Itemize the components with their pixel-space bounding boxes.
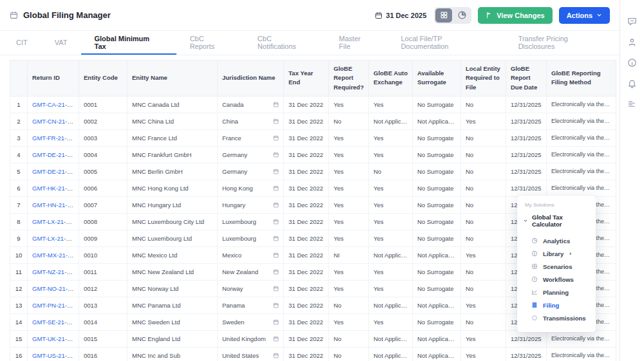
tab-cit[interactable]: CIT [3, 31, 41, 55]
menu-item-analytics[interactable]: Analytics [517, 234, 596, 247]
return-id-cell: GMT-LX-21-0009 [28, 230, 79, 246]
actions-button[interactable]: Actions [559, 7, 610, 24]
return-id-link[interactable]: GMT-HN-21-0007 [32, 201, 79, 208]
filing-method-cell: Electronically via the authori... [547, 180, 616, 196]
local-entity-required-cell: No [461, 129, 506, 146]
row-number: 6 [10, 180, 28, 196]
user-icon[interactable] [627, 37, 637, 47]
note-icon[interactable] [273, 286, 279, 292]
row-number: 3 [10, 129, 28, 146]
return-id-link[interactable]: GMT-US-21-0016 [32, 352, 79, 359]
note-icon[interactable] [273, 353, 279, 358]
note-icon[interactable] [273, 185, 279, 191]
col-entity-code: Entity Code [79, 60, 128, 97]
note-icon[interactable] [273, 319, 279, 325]
note-icon[interactable] [273, 169, 279, 174]
tab-transfer-pricing-disclosures[interactable]: Transfer Pricing Disclosures [505, 31, 620, 55]
return-id-link[interactable]: GMT-DE-21-0005 [32, 168, 79, 175]
local-entity-required-cell: No [461, 280, 506, 297]
jurisdiction-cell: Germany [218, 146, 284, 163]
available-surrogate-cell: No Surrogate [413, 180, 461, 196]
period-date[interactable]: 31 Dec 2025 [375, 12, 426, 19]
menu-item-label: Workflows [543, 276, 574, 283]
tab-cbc-reports[interactable]: CbC Reports [176, 31, 244, 55]
menu-item-transmissions[interactable]: Transmissions [517, 311, 596, 324]
note-icon[interactable] [273, 202, 279, 208]
menu-item-scenarios[interactable]: Scenarios [517, 260, 596, 273]
jurisdiction-name: Norway [222, 285, 243, 292]
note-icon[interactable] [273, 152, 279, 158]
note-icon[interactable] [273, 102, 279, 107]
row-number: 12 [10, 280, 28, 297]
bell-icon[interactable] [627, 79, 637, 88]
entity-code-cell: 0013 [79, 297, 128, 313]
return-id-link[interactable]: GMT-UK-21-0015 [32, 335, 79, 342]
tab-local-file-tp-documentation[interactable]: Local File/TP Documentation [387, 31, 504, 55]
table-row: 6 GMT-HK-21-0006 0006 MNC Hong Kong Ltd … [10, 180, 616, 196]
col-globe-report-due-date: GloBE Report Due Date [506, 60, 547, 97]
return-id-link[interactable]: GMT-NZ-21-0011 [32, 268, 79, 275]
jurisdiction-cell: Hungary [218, 196, 284, 213]
globe-auto-exchange-cell: Not Applicable [369, 113, 413, 129]
entity-name-cell: MNC New Zealand Ltd [128, 263, 218, 280]
return-id-link[interactable]: GMT-HK-21-0006 [32, 185, 79, 192]
return-id-cell: GMT-MX-21-0010 [28, 246, 79, 263]
popup-header: My Solutions [517, 202, 596, 208]
menu-item-label: Scenarios [543, 263, 572, 270]
menu-item-filing[interactable]: Filing [517, 299, 596, 311]
return-id-link[interactable]: GMT-DE-21-0004 [32, 151, 79, 158]
menu-item-workflows[interactable]: Workflows [517, 273, 596, 286]
note-icon[interactable] [273, 336, 279, 342]
return-id-link[interactable]: GMT-FR-21-0003 [32, 134, 79, 142]
info-icon[interactable] [627, 58, 637, 68]
note-icon[interactable] [273, 236, 279, 241]
menu-item-library[interactable]: Library › [517, 247, 596, 260]
return-id-link[interactable]: GMT-LX-21-0009 [32, 235, 79, 242]
return-id-link[interactable]: GMT-NO-21-0012 [32, 285, 79, 292]
globe-auto-exchange-cell: Not Applicable [369, 297, 413, 313]
menu-item-planning[interactable]: Planning [517, 286, 596, 299]
activity-list-icon[interactable] [627, 99, 637, 109]
return-id-link[interactable]: GMT-SE-21-0014 [32, 319, 79, 326]
grid-view-button[interactable] [435, 8, 452, 23]
note-icon[interactable] [273, 219, 279, 225]
local-entity-required-cell: No [461, 213, 506, 230]
tab-global-minimum-tax[interactable]: Global Minimum Tax [81, 31, 176, 55]
available-surrogate-cell: No Surrogate [413, 313, 461, 330]
entity-name-cell: MNC Panama Ltd [128, 297, 218, 313]
filing-method-cell: Electronically via the authori... [547, 347, 616, 361]
local-entity-required-cell: Yes [461, 347, 506, 361]
tax-year-end-cell: 31 Dec 2022 [284, 129, 329, 146]
note-icon[interactable] [273, 118, 279, 124]
tab-cbc-notifications[interactable]: CbC Notifications [244, 31, 325, 55]
globe-report-required-cell: Yes [329, 96, 369, 113]
return-id-link[interactable]: GMT-CA-21-0001 [32, 101, 79, 108]
comments-icon[interactable] [627, 17, 637, 26]
return-id-link[interactable]: GMT-LX-21-0008 [32, 218, 79, 225]
menu-item-global-tax-calculator[interactable]: Global Tax Calculator [517, 214, 596, 228]
note-icon[interactable] [273, 269, 279, 275]
entity-name-cell: MNC Canada Ltd [128, 96, 218, 113]
return-id-cell: GMT-US-21-0016 [28, 347, 79, 361]
tab-vat[interactable]: VAT [41, 31, 81, 55]
return-id-link[interactable]: GMT-PN-21-0013 [32, 302, 79, 309]
globe-auto-exchange-cell: Yes [369, 263, 413, 280]
tab-master-file[interactable]: Master File [325, 31, 387, 55]
row-number: 2 [10, 113, 28, 129]
note-icon[interactable] [273, 302, 279, 308]
return-id-link[interactable]: GMT-CN-21-0002 [32, 118, 79, 125]
globe-auto-exchange-cell: Yes [369, 146, 413, 163]
entity-name-cell: MNC Norway Ltd [128, 280, 218, 297]
chart-view-button[interactable] [453, 8, 470, 23]
note-icon[interactable] [273, 252, 279, 258]
local-entity-required-cell: No [461, 230, 506, 246]
view-changes-button[interactable]: View Changes [478, 7, 552, 24]
jurisdiction-name: United States [222, 352, 259, 359]
chevron-down-icon [523, 218, 528, 223]
return-id-link[interactable]: GMT-MX-21-0010 [32, 252, 79, 259]
available-surrogate-cell: No Surrogate [413, 263, 461, 280]
col-entity-name: Enitty Name [128, 60, 218, 97]
note-icon[interactable] [273, 135, 279, 141]
chevron-right-icon: › [569, 250, 571, 257]
jurisdiction-cell: Mexico [218, 246, 284, 263]
